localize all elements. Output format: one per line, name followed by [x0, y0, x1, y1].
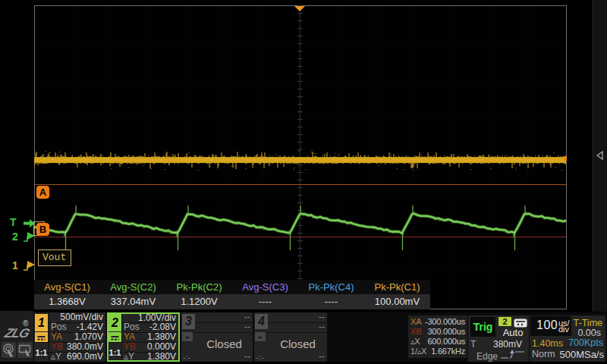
svg-text:®: ®	[23, 319, 29, 328]
svg-text:ZLG: ZLG	[2, 325, 33, 340]
